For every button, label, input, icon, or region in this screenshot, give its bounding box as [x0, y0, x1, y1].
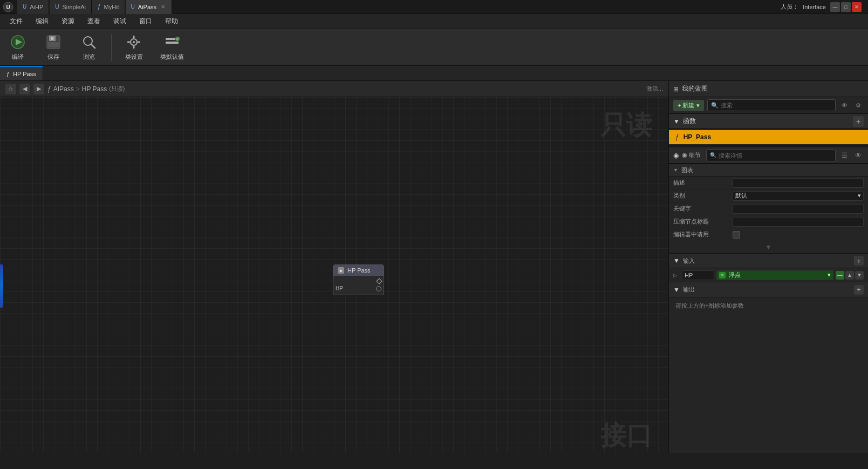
tab-aipass[interactable]: U AiPass ✕: [126, 0, 172, 14]
tab-icon-myhit: ƒ: [98, 4, 101, 10]
prop-value-description[interactable]: [733, 178, 864, 188]
canvas-interface-watermark: 接口: [600, 418, 652, 453]
breadcrumb-hppass[interactable]: HP Pass: [82, 85, 107, 93]
save-icon: [45, 33, 62, 51]
input-section-label: 输入: [683, 257, 695, 265]
tab-label-aipass: AiPass: [138, 4, 156, 10]
details-eye-button[interactable]: 👁: [853, 150, 864, 161]
prop-value-category[interactable]: 默认 ▾: [733, 191, 864, 201]
prop-category-text: 默认: [735, 192, 747, 200]
menu-edit[interactable]: 编辑: [30, 15, 54, 28]
class-settings-icon: [125, 33, 142, 51]
input-add-button[interactable]: +: [854, 256, 864, 266]
input-up-button[interactable]: ▲: [845, 271, 854, 280]
browse-icon: [80, 33, 98, 51]
title-bar: U U AiHP U SimpleAi ƒ MyHit U AiPass ✕ 人…: [0, 0, 868, 14]
browse-button[interactable]: 浏览: [76, 31, 102, 63]
graph-section-header[interactable]: ▼ 图表: [669, 164, 868, 176]
editor-tab-hp-pass[interactable]: ƒ HP Pass: [0, 66, 43, 80]
svg-rect-17: [166, 42, 179, 44]
details-search-icon: 🔍: [710, 152, 716, 158]
canvas-area[interactable]: ☆ ◀ ▶ ƒ AIPass > HP Pass (只读) 激活... 只读 接…: [0, 81, 668, 453]
output-triangle: ▼: [673, 286, 680, 294]
menu-assets[interactable]: 资源: [56, 15, 80, 28]
right-panel: ⊞ 我的蓝图 + 新建 ▾ 🔍 👁 ⚙ ▼ 函数 + ƒ HP_Pass: [668, 81, 868, 453]
minimize-button[interactable]: —: [830, 2, 840, 12]
canvas-grid[interactable]: 只读 接口 ■ HP Pass HP: [0, 97, 668, 453]
tab-myhit[interactable]: ƒ MyHit: [92, 0, 125, 14]
svg-line-9: [91, 44, 95, 48]
breadcrumb-bar: ☆ ◀ ▶ ƒ AIPass > HP Pass (只读) 激活...: [0, 81, 668, 97]
menu-bar: 文件 编辑 资源 查看 调试 窗口 帮助: [0, 14, 868, 29]
output-add-button[interactable]: +: [854, 285, 864, 295]
input-type-dropdown-hp[interactable]: ≈ 浮点 ▾: [716, 270, 833, 280]
prop-label-compact-title: 压缩节点标题: [673, 217, 733, 226]
menu-window[interactable]: 窗口: [134, 15, 158, 28]
class-settings-label: 类设置: [125, 53, 143, 61]
my-blueprint-toolbar: + 新建 ▾ 🔍 👁 ⚙: [669, 97, 868, 114]
functions-triangle: ▼: [673, 118, 680, 125]
menu-file[interactable]: 文件: [4, 15, 28, 28]
graph-triangle: ▼: [673, 167, 678, 173]
class-defaults-label: 类默认值: [160, 53, 184, 61]
tab-close-aipass[interactable]: ✕: [160, 4, 166, 10]
input-remove-button[interactable]: —: [836, 271, 844, 280]
forward-button[interactable]: ▶: [33, 84, 44, 94]
float-type-icon: ≈: [719, 272, 726, 278]
function-item-hp-pass[interactable]: ƒ HP_Pass: [669, 130, 868, 144]
back-button[interactable]: ◀: [19, 84, 30, 94]
details-list-icon[interactable]: ☰: [839, 150, 850, 161]
functions-add-button[interactable]: +: [853, 116, 864, 127]
menu-help[interactable]: 帮助: [160, 15, 183, 28]
close-button[interactable]: ✕: [852, 2, 862, 12]
menu-view[interactable]: 查看: [82, 15, 106, 28]
toolbar: 编译 保存 浏览: [0, 29, 868, 66]
save-label: 保存: [47, 53, 59, 61]
input-param-name-hp[interactable]: HP: [682, 270, 714, 280]
type-dropdown-arrow: ▾: [828, 271, 831, 278]
tab-simpleai[interactable]: U SimpleAi: [50, 0, 92, 14]
details-icon: ◉: [673, 152, 679, 159]
star-button[interactable]: ☆: [5, 84, 16, 94]
my-blueprint-search-box[interactable]: 🔍: [707, 99, 836, 111]
search-icon: 🔍: [711, 102, 719, 109]
bp-exec-pin-out: [376, 278, 382, 284]
new-button[interactable]: + 新建 ▾: [673, 100, 704, 111]
output-section-header: ▼ 输出 +: [669, 282, 868, 297]
tab-aihp[interactable]: U AiHP: [17, 0, 49, 14]
prop-label-editor-use: 编辑器中请用: [673, 230, 733, 239]
function-item-label: HP_Pass: [684, 133, 711, 141]
details-title: ◉ 细节: [682, 151, 701, 159]
toolbar-divider-1: [111, 34, 112, 61]
window-buttons: — □ ✕: [830, 2, 862, 12]
bp-node-hp-pass[interactable]: ■ HP Pass HP: [333, 264, 384, 295]
ue-logo: U: [2, 1, 14, 13]
eye-button[interactable]: 👁: [839, 100, 850, 111]
tab-label-simpleai: SimpleAi: [63, 4, 86, 10]
prop-value-compact-title[interactable]: [733, 217, 864, 227]
canvas-readonly-watermark: 只读: [600, 108, 652, 142]
input-param-name-text: HP: [685, 272, 693, 278]
prop-value-keywords[interactable]: [733, 204, 864, 214]
interface-text: Interface: [803, 4, 826, 10]
class-defaults-button[interactable]: ✓ 类默认值: [156, 31, 188, 63]
bp-node-title: HP Pass: [347, 267, 371, 274]
compile-button[interactable]: 编译: [4, 31, 31, 63]
my-blueprint-title: 我的蓝图: [682, 84, 708, 93]
save-button[interactable]: 保存: [40, 31, 67, 63]
my-blueprint-search-input[interactable]: [721, 102, 832, 108]
svg-rect-12: [133, 36, 135, 38]
prop-checkbox-editor-use[interactable]: [733, 231, 740, 239]
settings-button[interactable]: ⚙: [853, 100, 864, 111]
breadcrumb-aipass[interactable]: AIPass: [53, 85, 74, 93]
details-header: ◉ ◉ 细节 🔍 ☰ 👁: [669, 147, 868, 164]
svg-text:U: U: [6, 4, 10, 10]
menu-debug[interactable]: 调试: [108, 15, 132, 28]
maximize-button[interactable]: □: [841, 2, 851, 12]
details-search-box[interactable]: 🔍: [706, 149, 836, 161]
class-settings-button[interactable]: 类设置: [120, 31, 147, 63]
class-defaults-icon: ✓: [163, 33, 181, 51]
details-search-input[interactable]: [719, 152, 832, 159]
input-expand-icon[interactable]: ▷: [673, 273, 680, 278]
input-down-button[interactable]: ▼: [855, 271, 864, 280]
